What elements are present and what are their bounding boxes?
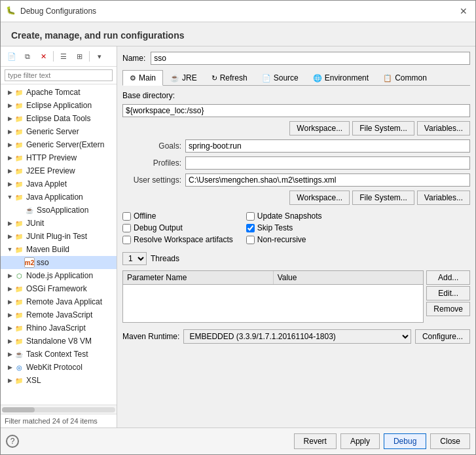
expander-java-application[interactable]: ▼ (6, 193, 14, 201)
close-button[interactable]: Close (430, 433, 470, 449)
tree-label-osgi: OSGi Framework (26, 284, 87, 293)
tree-item-maven-build[interactable]: ▼ 📁 Maven Build (1, 243, 117, 256)
tree-item-nodejs[interactable]: ▶ ⬡ Node.js Application (1, 269, 117, 282)
close-window-button[interactable]: ✕ (457, 5, 470, 18)
help-button[interactable]: ? (6, 435, 19, 448)
expander-rhino[interactable]: ▶ (6, 324, 14, 332)
folder-icon: 📁 (14, 139, 24, 150)
base-directory-input[interactable] (122, 104, 470, 117)
threads-select[interactable]: 1 2 4 (122, 252, 147, 265)
tab-refresh[interactable]: ↻ Refresh (204, 70, 255, 85)
folder-icon: 📁 (14, 336, 24, 346)
maven-runtime-select[interactable]: EMBEDDED (3.3.9/1.7.1.20161104-1803) (183, 329, 411, 344)
new-config-button[interactable]: 📄 (5, 49, 19, 64)
filesystem-btn-2[interactable]: File System... (352, 191, 414, 205)
tree-item-sso[interactable]: m2 sso (1, 256, 117, 269)
update-snapshots-label: Update Snapshots (257, 211, 322, 221)
expander-http-preview[interactable]: ▶ (6, 154, 14, 162)
tree-item-rhino[interactable]: ▶ 📁 Rhino JavaScript (1, 321, 117, 335)
folder-icon: 📁 (14, 310, 24, 320)
tree-label-standalone-v8: Standalone V8 VM (26, 337, 92, 346)
non-recursive-checkbox[interactable] (246, 236, 255, 244)
tree-item-standalone-v8[interactable]: ▶ 📁 Standalone V8 VM (1, 335, 117, 348)
tree-item-eclipse-application[interactable]: ▶ 📁 Eclipse Application (1, 99, 117, 112)
filesystem-btn-1[interactable]: File System... (352, 121, 414, 136)
tab-source[interactable]: 📄 Source (255, 70, 306, 85)
expander-remote-java[interactable]: ▶ (6, 298, 14, 306)
expander-junit[interactable]: ▶ (6, 219, 14, 227)
expander-xsl[interactable]: ▶ (6, 376, 14, 384)
tree-item-remote-java[interactable]: ▶ 📁 Remote Java Applicat (1, 295, 117, 308)
workspace-btn-2[interactable]: Workspace... (289, 191, 350, 205)
tree-label-generic-server-extern: Generic Server(Extern (26, 140, 104, 149)
tab-environment[interactable]: 🌐 Environment (306, 70, 376, 85)
variables-btn-2[interactable]: Variables... (417, 191, 470, 205)
user-settings-input[interactable] (185, 173, 470, 187)
expander-standalone-v8[interactable]: ▶ (6, 337, 14, 345)
tree-item-webkit[interactable]: ▶ ◎ WebKit Protocol (1, 361, 117, 374)
apply-button[interactable]: Apply (340, 433, 380, 449)
expander-eclipse-application[interactable]: ▶ (6, 101, 14, 109)
revert-button[interactable]: Revert (294, 433, 337, 449)
tree-item-eclipse-data-tools[interactable]: ▶ 📁 Eclipse Data Tools (1, 112, 117, 125)
tree-item-sso-application[interactable]: ☕ SsoApplication (1, 204, 117, 217)
tree-item-xsl[interactable]: ▶ 📁 XSL (1, 374, 117, 387)
duplicate-button[interactable]: ⧉ (20, 49, 35, 64)
offline-checkbox[interactable] (122, 212, 131, 221)
expand-button[interactable]: ⊞ (72, 49, 86, 64)
expander-maven-build[interactable]: ▼ (6, 246, 14, 253)
skip-tests-checkbox[interactable] (246, 224, 255, 232)
expander-nodejs[interactable]: ▶ (6, 272, 14, 280)
expander-task-context[interactable]: ▶ (6, 350, 14, 358)
tree-item-generic-server-extern[interactable]: ▶ 📁 Generic Server(Extern (1, 138, 117, 151)
tree-item-junit-plugin[interactable]: ▶ 📁 JUnit Plug-in Test (1, 230, 117, 243)
expander-junit-plugin[interactable]: ▶ (6, 232, 14, 240)
tree-item-http-preview[interactable]: ▶ 📁 HTTP Preview (1, 151, 117, 164)
edit-param-button[interactable]: Edit... (426, 286, 470, 300)
right-panel: Name: ⚙ Main ☕ JRE ↻ Refresh 📄 (117, 46, 475, 428)
expander-java-applet[interactable]: ▶ (6, 180, 14, 188)
configure-button[interactable]: Configure... (415, 329, 470, 344)
tree-item-task-context[interactable]: ▶ ☕ Task Context Test (1, 348, 117, 361)
jre-tab-icon: ☕ (170, 74, 179, 82)
expander-remote-js[interactable]: ▶ (6, 311, 14, 319)
expander-webkit[interactable]: ▶ (6, 363, 14, 371)
tab-common[interactable]: 📋 Common (376, 70, 434, 85)
profiles-input[interactable] (185, 156, 470, 170)
filter-button[interactable]: ☰ (56, 49, 71, 64)
delete-button[interactable]: ✕ (36, 49, 50, 64)
tree-item-junit[interactable]: ▶ 📁 JUnit (1, 217, 117, 230)
tree-item-java-applet[interactable]: ▶ 📁 Java Applet (1, 177, 117, 191)
tab-main[interactable]: ⚙ Main (122, 70, 163, 86)
tree-item-java-application[interactable]: ▼ 📁 Java Application (1, 191, 117, 204)
expander-placeholder (16, 206, 24, 214)
expander-generic-server-extern[interactable]: ▶ (6, 141, 14, 149)
update-snapshots-checkbox[interactable] (246, 212, 255, 221)
tree-item-osgi[interactable]: ▶ 📁 OSGi Framework (1, 282, 117, 295)
debug-output-checkbox[interactable] (122, 224, 131, 232)
tree-scrollbar[interactable] (1, 405, 117, 414)
resolve-workspace-label: Resolve Workspace artifacts (134, 235, 233, 244)
add-param-button[interactable]: Add... (426, 270, 470, 285)
expander-apache-tomcat[interactable]: ▶ (6, 88, 14, 96)
variables-btn-1[interactable]: Variables... (417, 121, 470, 136)
expander-eclipse-data-tools[interactable]: ▶ (6, 115, 14, 122)
debug-button[interactable]: Debug (384, 433, 426, 449)
name-input[interactable] (151, 52, 470, 65)
tree-item-remote-js[interactable]: ▶ 📁 Remote JavaScript (1, 308, 117, 321)
tree-item-j2ee-preview[interactable]: ▶ 📁 J2EE Preview (1, 164, 117, 177)
goals-input[interactable] (185, 139, 470, 153)
tab-jre[interactable]: ☕ JRE (163, 70, 204, 85)
skip-tests-label: Skip Tests (257, 223, 293, 232)
filter-input[interactable] (5, 69, 113, 81)
expander-osgi[interactable]: ▶ (6, 285, 14, 293)
workspace-btn-1[interactable]: Workspace... (289, 121, 350, 136)
environment-tab-label: Environment (325, 73, 369, 82)
remove-param-button[interactable]: Remove (426, 302, 470, 316)
resolve-workspace-checkbox[interactable] (122, 236, 131, 244)
tree-item-generic-server[interactable]: ▶ 📁 Generic Server (1, 125, 117, 138)
tree-item-apache-tomcat[interactable]: ▶ 📁 Apache Tomcat (1, 86, 117, 99)
expander-j2ee-preview[interactable]: ▶ (6, 167, 14, 175)
menu-button[interactable]: ▾ (92, 49, 107, 64)
expander-generic-server[interactable]: ▶ (6, 128, 14, 136)
